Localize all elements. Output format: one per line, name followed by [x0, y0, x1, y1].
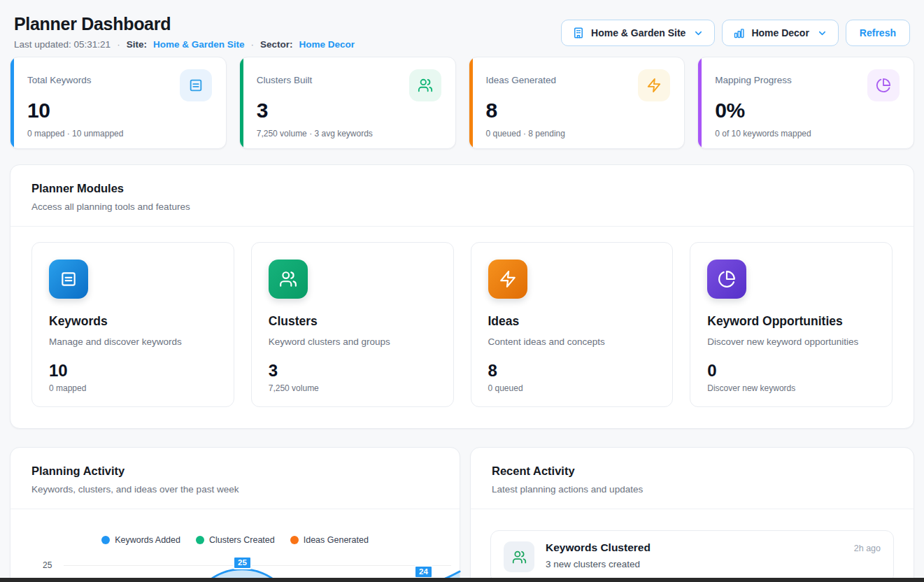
header-controls: Home & Garden Site Home Decor Refresh [561, 20, 910, 46]
site-link[interactable]: Home & Garden Site [153, 39, 245, 50]
module-card-ideas[interactable]: Ideas Content ideas and concepts 8 0 que… [471, 242, 674, 407]
legend-label: Ideas Generated [304, 535, 369, 545]
module-title: Clusters [269, 314, 436, 329]
chevron-down-icon [693, 28, 704, 38]
site-selector-dropdown[interactable]: Home & Garden Site [561, 20, 715, 46]
sector-selector-dropdown[interactable]: Home Decor [722, 20, 838, 46]
legend-item-ideas-generated[interactable]: Ideas Generated [290, 535, 369, 545]
data-label-24: 24 [414, 565, 433, 579]
module-caption: Discover new keywords [707, 383, 875, 393]
stat-label: Clusters Built [257, 69, 313, 85]
building-icon [572, 27, 585, 39]
planning-activity-section: Planning Activity Keywords, clusters, an… [10, 447, 460, 582]
recent-activity-section: Recent Activity Latest planning actions … [470, 447, 914, 582]
legend-dot-orange [290, 536, 299, 544]
stats-row: Total Keywords 10 0 mapped · 10 unmapped… [10, 57, 914, 149]
module-card-keyword-opportunities[interactable]: Keyword Opportunities Discover new keywo… [690, 242, 893, 407]
window-edge [0, 578, 924, 582]
planner-modules-header: Planner Modules Access all planning tool… [10, 165, 914, 227]
module-description: Discover new keyword opportunities [707, 336, 875, 347]
stat-caption: 7,250 volume · 3 avg keywords [257, 129, 441, 139]
module-caption: 7,250 volume [269, 383, 436, 393]
module-caption: 0 queued [488, 383, 656, 393]
sector-selector-label: Home Decor [751, 27, 809, 38]
stat-caption: 0 of 10 keywords mapped [715, 129, 900, 139]
stat-value: 10 [27, 99, 212, 122]
module-caption: 0 mapped [49, 383, 217, 393]
stat-caption: 0 mapped · 10 unmapped [27, 129, 212, 139]
module-title: Keyword Opportunities [707, 314, 875, 329]
module-card-clusters[interactable]: Clusters Keyword clusters and groups 3 7… [251, 242, 454, 407]
modules-grid: Keywords Manage and discover keywords 10… [10, 227, 914, 428]
meta-row: Last updated: 05:31:21 · Site: Home & Ga… [14, 39, 355, 50]
stat-card-mapping-progress: Mapping Progress 0% 0 of 10 keywords map… [697, 57, 914, 149]
module-title: Ideas [488, 314, 656, 329]
module-title: Keywords [49, 314, 217, 329]
stat-value: 3 [257, 99, 441, 122]
module-card-keywords[interactable]: Keywords Manage and discover keywords 10… [31, 242, 234, 407]
legend-dot-green [196, 536, 204, 544]
planner-modules-section: Planner Modules Access all planning tool… [10, 164, 914, 429]
data-label-25: 25 [233, 556, 252, 569]
bottom-row: Planning Activity Keywords, clusters, an… [10, 447, 914, 582]
module-value: 0 [707, 361, 875, 381]
section-title: Planning Activity [31, 464, 439, 478]
document-icon [180, 69, 212, 101]
legend-dot-blue [101, 536, 110, 544]
page-header: Planner Dashboard Last updated: 05:31:21… [0, 0, 924, 50]
activity-item-keywords-clustered: Keywords Clustered 2h ago 3 new clusters… [490, 530, 894, 582]
stat-card-clusters-built: Clusters Built 3 7,250 volume · 3 avg ke… [239, 57, 456, 149]
section-subtitle: Access all planning tools and features [31, 201, 893, 212]
stat-caption: 0 queued · 8 pending [486, 129, 671, 139]
module-description: Content ideas and concepts [488, 336, 656, 347]
refresh-button[interactable]: Refresh [846, 20, 910, 46]
module-description: Manage and discover keywords [49, 336, 217, 347]
recent-activity-list: Keywords Clustered 2h ago 3 new clusters… [471, 509, 914, 582]
activity-item-description: 3 new clusters created [546, 559, 881, 569]
legend-item-clusters-created[interactable]: Clusters Created [196, 535, 275, 545]
stat-label: Ideas Generated [486, 69, 557, 85]
document-icon [49, 260, 88, 299]
activity-item-time: 2h ago [854, 544, 881, 553]
header-left: Planner Dashboard Last updated: 05:31:21… [14, 14, 355, 50]
module-value: 8 [488, 361, 656, 381]
separator-dot: · [250, 39, 254, 50]
section-subtitle: Keywords, clusters, and ideas over the p… [31, 484, 439, 495]
planning-activity-header: Planning Activity Keywords, clusters, an… [10, 448, 460, 509]
bar-chart-icon [733, 27, 745, 39]
lightning-icon [488, 260, 527, 299]
site-selector-label: Home & Garden Site [591, 27, 685, 38]
chart-legend: Keywords Added Clusters Created Ideas Ge… [10, 535, 460, 545]
module-description: Keyword clusters and groups [269, 336, 436, 347]
legend-label: Clusters Created [209, 535, 275, 545]
legend-label: Keywords Added [115, 535, 180, 545]
module-value: 10 [49, 361, 217, 381]
stat-card-ideas-generated: Ideas Generated 8 0 queued · 8 pending [469, 57, 685, 149]
section-title: Planner Modules [31, 182, 893, 195]
users-icon [409, 69, 441, 101]
stat-label: Mapping Progress [715, 69, 792, 85]
section-subtitle: Latest planning actions and updates [492, 484, 893, 495]
activity-item-body: Keywords Clustered 2h ago 3 new clusters… [546, 541, 881, 572]
stat-label: Total Keywords [27, 69, 92, 85]
stat-value: 8 [486, 99, 671, 122]
chevron-down-icon [817, 28, 827, 38]
last-updated-text: Last updated: 05:31:21 [14, 39, 111, 50]
legend-item-keywords-added[interactable]: Keywords Added [101, 535, 180, 545]
recent-activity-header: Recent Activity Latest planning actions … [471, 448, 914, 509]
users-icon [504, 541, 534, 572]
pie-chart-icon [707, 260, 746, 299]
pie-chart-icon [867, 69, 900, 101]
site-label: Site: [127, 39, 147, 50]
sector-link[interactable]: Home Decor [299, 39, 355, 50]
page-title: Planner Dashboard [14, 14, 355, 34]
stat-card-total-keywords: Total Keywords 10 0 mapped · 10 unmapped [10, 57, 227, 149]
users-icon [269, 260, 308, 299]
lightning-icon [638, 69, 670, 101]
separator-dot: · [117, 39, 120, 50]
sector-label: Sector: [260, 39, 293, 50]
activity-item-title: Keywords Clustered [546, 541, 651, 554]
stat-value: 0% [715, 99, 900, 122]
module-value: 3 [269, 361, 436, 381]
section-title: Recent Activity [492, 464, 893, 478]
